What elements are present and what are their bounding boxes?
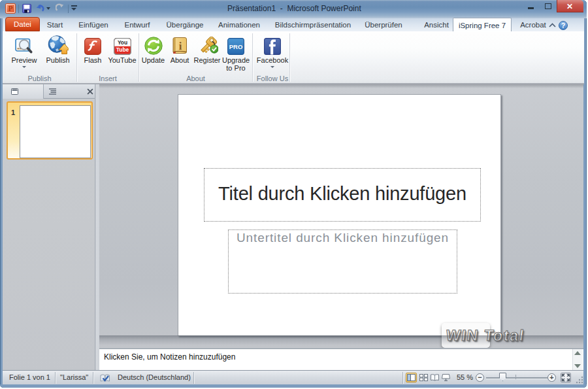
svg-text:i: i xyxy=(179,40,182,52)
svg-text:You: You xyxy=(117,39,127,46)
svg-text:Tube: Tube xyxy=(116,46,129,53)
svg-text:PRO: PRO xyxy=(229,43,243,50)
svg-text:P: P xyxy=(8,5,12,12)
